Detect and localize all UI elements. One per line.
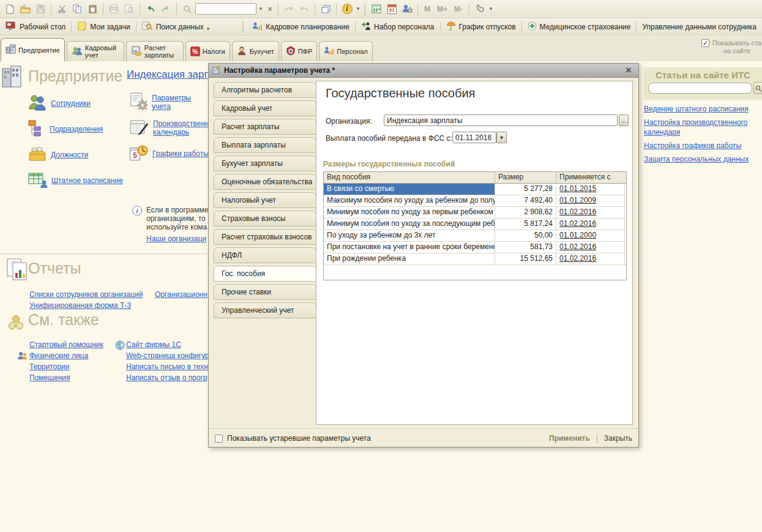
benefit-type-cell[interactable]: При рождении ребенка [324, 253, 495, 264]
tab-pfr[interactable]: ПФР [281, 41, 318, 61]
dialog-tab-other-rates[interactable]: Прочие ставки [214, 284, 316, 300]
calendar-button[interactable]: 31 [384, 2, 399, 17]
write-feedback-link[interactable]: Написать отзыв о прогр [126, 373, 207, 382]
data-search-dropdown-icon[interactable]: ▾ [207, 26, 210, 32]
amount-cell[interactable]: 581,73 [495, 242, 556, 253]
tab-payroll[interactable]: Расчет зарплаты [126, 41, 184, 61]
dialog-tab-state-benefits[interactable]: Гос. пособия [214, 266, 316, 282]
positions-link[interactable]: Должности [51, 151, 88, 159]
its-prod-calendar-link[interactable]: Настройка производственного календаря [644, 118, 761, 137]
its-personal-data-link[interactable]: Защита персональных данных [644, 154, 761, 164]
organization-select-button[interactable]: ... [619, 114, 629, 126]
new-document-button[interactable] [2, 2, 17, 17]
service-dropdown-icon[interactable]: ▾ [488, 2, 494, 17]
memory-plus-button[interactable]: M+ [434, 5, 450, 13]
tab-taxes[interactable]: % Налоги [185, 41, 230, 61]
dialog-tab-algorithms[interactable]: Алгоритмы расчетов [214, 82, 316, 98]
memory-minus-button[interactable]: M- [451, 5, 466, 13]
staffing-link[interactable]: Штатное расписание [51, 176, 123, 185]
dialog-tab-salary-accounting[interactable]: Бухучет зарплаты [214, 155, 316, 171]
table-row[interactable]: В связи со смертью 5 277,28 01.01.2015 [324, 184, 626, 195]
benefit-type-cell[interactable]: В связи со смертью [324, 184, 495, 195]
calculator-button[interactable] [369, 2, 384, 17]
quick-search-input[interactable] [195, 3, 256, 15]
date-cell[interactable]: 01.02.2016 [556, 242, 625, 253]
date-cell[interactable]: 01.01.2015 [556, 184, 625, 195]
date-cell[interactable]: 01.02.2016 [556, 219, 625, 230]
print-preview-button[interactable] [122, 2, 136, 17]
history-forward-icon[interactable] [297, 2, 312, 17]
table-row[interactable]: При постановке на учет в ранние сроки бе… [324, 242, 626, 253]
medical-insurance-button[interactable]: Медицинское страхование [522, 19, 637, 35]
table-row[interactable]: Минимум пособия по уходу за последующим … [324, 219, 626, 230]
table-row[interactable]: По уходу за ребенком до 3х лет 50,00 01.… [324, 230, 626, 242]
org-report-link[interactable]: Организационн [155, 290, 207, 299]
prod-calendar-item[interactable]: Производственны календарь [130, 115, 209, 141]
work-schedules-item[interactable]: 5 Графики работы [130, 141, 209, 167]
amount-cell[interactable]: 50,00 [495, 230, 556, 241]
copy-button[interactable] [70, 2, 84, 17]
its-search-button[interactable] [753, 82, 762, 94]
dialog-tab-hr[interactable]: Кадровый учет [214, 100, 316, 116]
show-obsolete-checkbox[interactable] [215, 435, 223, 443]
save-button[interactable] [33, 2, 48, 17]
column-benefit-type[interactable]: Вид пособия [324, 172, 495, 183]
memory-recall-button[interactable]: M [421, 5, 433, 13]
benefit-type-cell[interactable]: Минимум пособия по уходу за последующим … [324, 219, 495, 230]
prod-calendar-link[interactable]: Производственны календарь [153, 119, 214, 137]
dialog-tab-payroll[interactable]: Расчет зарплаты [214, 119, 316, 135]
table-row[interactable]: Минимум пособия по уходу за первым ребен… [324, 207, 626, 219]
individuals-link[interactable]: Физические лица [29, 351, 88, 360]
employee-lists-report-link[interactable]: Списки сотрудников организаций [29, 290, 143, 299]
cut-button[interactable] [54, 2, 69, 17]
print-button[interactable] [106, 2, 121, 17]
show-articles-checkbox[interactable]: ✓ Показывать ста на сайте [701, 39, 761, 55]
desktop-button[interactable]: Рабочий стол [0, 19, 71, 35]
date-cell[interactable]: 01.02.2016 [556, 253, 625, 264]
work-schedules-link[interactable]: Графики работы [152, 149, 209, 158]
its-staffing-link[interactable]: Ведение штатного расписания [644, 104, 761, 114]
amount-cell[interactable]: 5 817,24 [495, 219, 556, 230]
dialog-tab-tax-accounting[interactable]: Налоговый учет [214, 192, 316, 208]
amount-cell[interactable]: 15 512,65 [495, 253, 556, 264]
accounting-params-item[interactable]: Параметры учета [130, 89, 209, 115]
tab-enterprise[interactable]: Предприятие [1, 38, 65, 61]
fss-date-dropdown-icon[interactable]: ▾ [496, 132, 507, 143]
tab-hr[interactable]: Кадровый учет [67, 41, 124, 61]
employee-data-button[interactable]: Управление данными сотрудника [637, 19, 762, 35]
column-applies-from[interactable]: Применяется с [556, 172, 625, 183]
close-button[interactable]: Закрыть [604, 434, 632, 443]
close-icon[interactable]: × [622, 66, 635, 75]
paste-button[interactable] [85, 2, 100, 17]
date-cell[interactable]: 01.01.2000 [556, 230, 625, 241]
redo-button[interactable] [159, 2, 173, 17]
fss-date-field[interactable]: 01.11.2016 [452, 132, 496, 143]
dialog-titlebar[interactable]: Настройка параметров учета * × [209, 64, 638, 78]
dialog-tab-ndfl[interactable]: НДФЛ [214, 247, 316, 263]
territories-link[interactable]: Территории [29, 362, 70, 371]
open-button[interactable] [18, 2, 32, 17]
salary-indexation-link[interactable]: Индексация зарп [127, 69, 210, 81]
hr-planning-button[interactable]: Кадровое планирование [247, 19, 355, 35]
service-settings-button[interactable] [473, 2, 487, 17]
my-tasks-button[interactable]: Мои задачи [72, 19, 135, 35]
dialog-tab-salary-payment[interactable]: Выплата зарплаты [214, 137, 316, 153]
windows-button[interactable] [318, 2, 333, 17]
amount-cell[interactable]: 5 277,28 [495, 184, 556, 195]
benefit-type-cell[interactable]: При постановке на учет в ранние сроки бе… [324, 242, 495, 253]
benefit-type-cell[interactable]: Максимум пособия по уходу за ребенком до… [324, 195, 495, 206]
premises-link[interactable]: Помещения [29, 373, 70, 382]
info-dropdown-icon[interactable]: ▾ [355, 2, 361, 17]
its-search-input[interactable] [648, 83, 752, 94]
search-dropdown-icon[interactable]: ▾ [257, 2, 264, 17]
organization-field[interactable]: Индексация зарплаты [384, 114, 618, 126]
dialog-tab-insurance[interactable]: Страховые взносы [214, 211, 316, 227]
search-icon[interactable] [180, 2, 195, 17]
write-support-link[interactable]: Написать письмо в техн [126, 362, 208, 371]
amount-cell[interactable]: 7 492,40 [495, 195, 556, 206]
date-cell[interactable]: 01.02.2016 [556, 207, 625, 218]
staffing-item[interactable]: Штатное расписание [28, 168, 126, 193]
its-work-schedules-link[interactable]: Настройка графиков работы [644, 141, 761, 151]
dialog-tab-estimated-liabilities[interactable]: Оценочные обязательства [214, 174, 316, 190]
recruiting-button[interactable]: Набор персонала [356, 19, 440, 35]
